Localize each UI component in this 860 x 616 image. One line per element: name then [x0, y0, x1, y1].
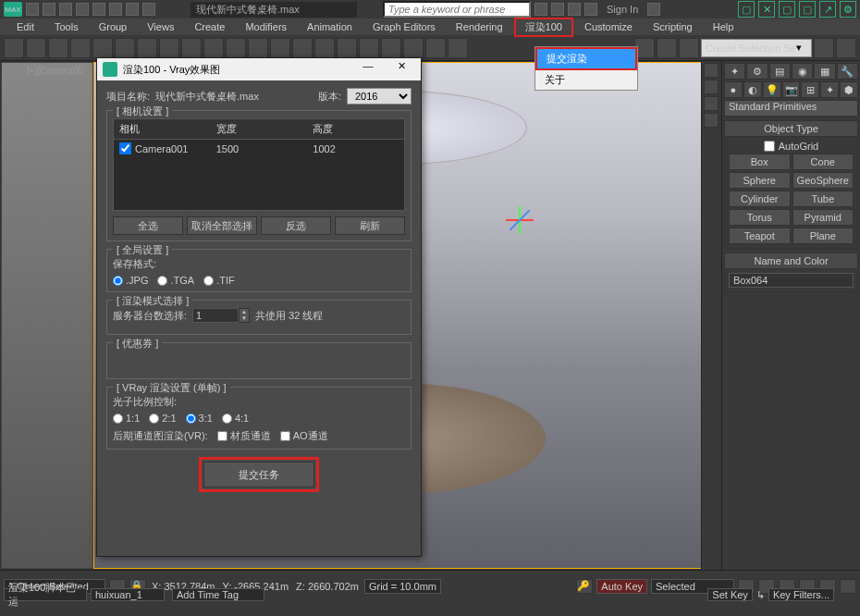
fmt-tga-radio[interactable] — [157, 276, 167, 286]
menu-edit[interactable]: Edit — [7, 20, 43, 33]
menu-animation[interactable]: Animation — [298, 20, 362, 33]
transform-gizmo[interactable] — [492, 192, 547, 248]
toolbar-icon[interactable] — [568, 3, 581, 16]
key-icon[interactable]: ↳ — [756, 589, 765, 601]
tool-button[interactable] — [814, 38, 834, 58]
maxscript-input[interactable]: huixuan_1 — [91, 588, 165, 601]
tool-button[interactable] — [226, 38, 246, 58]
cmd-tab-create[interactable]: ✦ — [724, 63, 745, 80]
menu-customize[interactable]: Customize — [575, 20, 642, 33]
minimize-button[interactable]: — — [354, 60, 382, 79]
obj-cone[interactable]: Cone — [792, 154, 854, 170]
toolbar-icon[interactable] — [142, 3, 155, 16]
tool-button[interactable] — [137, 38, 157, 58]
subcat-icon[interactable]: 💡 — [763, 81, 781, 98]
dropdown-about[interactable]: 关于 — [535, 70, 637, 90]
selection-set-combo[interactable]: Create Selection Se ▾ — [701, 39, 812, 57]
tool-button[interactable] — [92, 38, 113, 58]
fmt-tif-radio[interactable] — [203, 276, 214, 286]
search-input[interactable] — [383, 1, 531, 18]
server-count-input[interactable] — [192, 308, 239, 323]
tool-button[interactable] — [115, 38, 135, 58]
obj-pyramid[interactable]: Pyramid — [792, 209, 854, 226]
dialog-titlebar[interactable]: 渲染100 - Vray效果图 — ✕ — [97, 58, 421, 80]
tool-button[interactable] — [679, 38, 699, 58]
tool-button[interactable] — [70, 38, 91, 58]
rollout-header[interactable]: Object Type — [725, 121, 857, 137]
ratio-11-radio[interactable] — [113, 413, 123, 424]
autokey-button[interactable]: Auto Key — [596, 579, 647, 594]
cmd-tab-motion[interactable]: ◉ — [792, 63, 813, 80]
tool-button[interactable] — [292, 38, 313, 58]
workspace-icon[interactable]: ▢ — [799, 1, 816, 18]
subcat-icon[interactable]: 📷 — [782, 81, 801, 98]
menu-views[interactable]: Views — [138, 20, 183, 33]
dropdown-submit-render[interactable]: 提交渲染 — [535, 47, 637, 70]
nav-button[interactable] — [840, 579, 856, 594]
key-icon[interactable]: 🔑 — [576, 579, 593, 594]
toolbar-icon[interactable] — [43, 3, 55, 16]
tool-button[interactable] — [381, 38, 401, 58]
toolbar-icon[interactable] — [59, 3, 72, 16]
obj-torus[interactable]: Torus — [729, 209, 791, 226]
tool-button[interactable] — [48, 38, 68, 58]
toolbar-icon[interactable] — [647, 3, 660, 16]
camera-row[interactable]: Camera001 1500 1002 — [114, 140, 404, 157]
side-icon[interactable] — [704, 96, 719, 111]
tool-button[interactable] — [314, 38, 335, 58]
select-all-button[interactable]: 全选 — [113, 216, 183, 235]
server-count-spinner[interactable]: ▲▼ — [192, 308, 250, 323]
tool-button[interactable] — [337, 38, 357, 58]
time-tag[interactable]: Add Time Tag — [172, 588, 264, 601]
tool-button[interactable] — [248, 38, 268, 58]
tool-button[interactable] — [4, 38, 24, 58]
subcat-icon[interactable]: ◐ — [743, 81, 762, 98]
viewport-left[interactable] — [1, 62, 93, 569]
workspace-icon[interactable]: ↗ — [819, 1, 836, 18]
key-filters[interactable]: Key Filters... — [768, 588, 834, 601]
workspace-icon[interactable]: ▢ — [738, 1, 755, 18]
tool-button[interactable] — [836, 38, 856, 58]
cmd-tab-display[interactable]: ▦ — [814, 63, 835, 80]
cmd-tab-utilities[interactable]: 🔧 — [837, 63, 858, 80]
obj-teapot[interactable]: Teapot — [729, 228, 791, 244]
subcat-icon[interactable]: ● — [724, 81, 743, 98]
menu-modifiers[interactable]: Modifiers — [236, 20, 296, 33]
workspace-icon[interactable]: ⚙ — [840, 1, 856, 18]
subcat-icon[interactable]: ✦ — [820, 81, 839, 98]
toolbar-icon[interactable] — [551, 3, 564, 16]
ratio-31-radio[interactable] — [186, 413, 196, 424]
autogrid-checkbox[interactable] — [764, 141, 775, 152]
menu-scripting[interactable]: Scripting — [644, 20, 702, 33]
menu-help[interactable]: Help — [704, 20, 743, 33]
toolbar-icon[interactable] — [534, 3, 547, 16]
subcat-icon[interactable]: ⬢ — [840, 81, 858, 98]
submit-task-button[interactable]: 提交任务 — [203, 462, 314, 487]
cmd-tab-hierarchy[interactable]: ▤ — [769, 63, 791, 80]
workspace-icon[interactable]: ▢ — [779, 1, 795, 18]
camera-checkbox[interactable] — [119, 142, 131, 154]
tool-button[interactable] — [448, 38, 468, 58]
toolbar-icon[interactable] — [584, 3, 597, 16]
obj-sphere[interactable]: Sphere — [729, 172, 791, 189]
tool-button[interactable] — [203, 38, 224, 58]
tool-button[interactable] — [159, 38, 179, 58]
side-icon[interactable] — [704, 63, 719, 78]
close-button[interactable]: ✕ — [387, 60, 415, 79]
object-name-input[interactable] — [729, 273, 854, 288]
tool-button[interactable] — [270, 38, 290, 58]
mat-channel-checkbox[interactable] — [217, 431, 227, 441]
menu-rendering[interactable]: Rendering — [447, 20, 512, 33]
side-icon[interactable] — [704, 80, 719, 94]
version-select[interactable]: 2016 — [347, 88, 412, 105]
menu-group[interactable]: Group — [90, 20, 137, 33]
subcat-icon[interactable]: ⊞ — [801, 81, 819, 98]
obj-cylinder[interactable]: Cylinder — [729, 191, 791, 207]
obj-tube[interactable]: Tube — [792, 191, 854, 207]
ao-channel-checkbox[interactable] — [280, 431, 290, 441]
tool-button[interactable] — [425, 38, 446, 58]
fmt-jpg-radio[interactable] — [113, 276, 123, 286]
tool-button[interactable] — [181, 38, 202, 58]
workspace-icon[interactable]: ✕ — [758, 1, 775, 18]
toolbar-icon[interactable] — [26, 3, 39, 16]
